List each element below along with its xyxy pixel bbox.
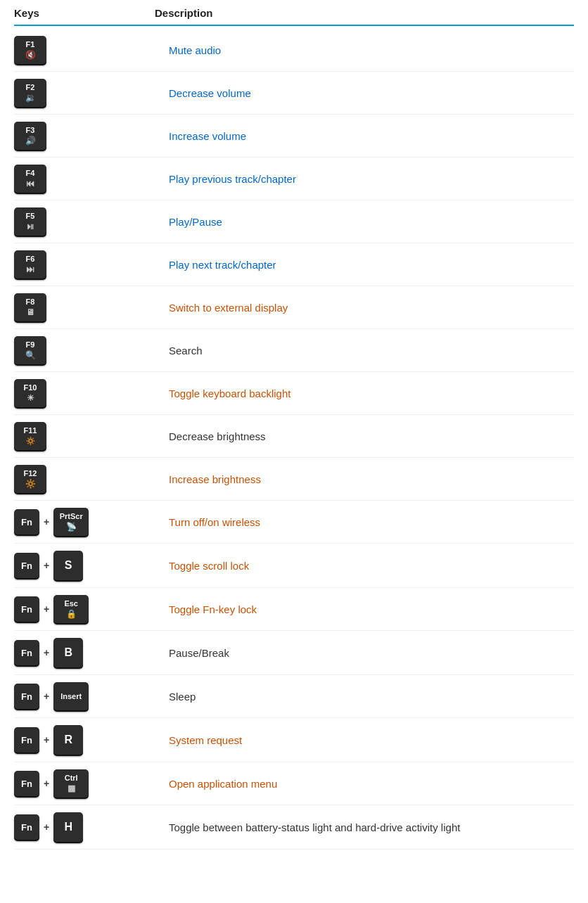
key-icon: ▦ bbox=[68, 783, 75, 793]
key-icon: ☀ bbox=[27, 393, 34, 403]
key-cap: Fn bbox=[14, 684, 39, 709]
key-label: F1 bbox=[26, 40, 35, 49]
description-cell: Increase volume bbox=[155, 130, 574, 142]
key-cell: F12🔆 bbox=[14, 465, 155, 493]
key-cell: F6⏭ bbox=[14, 250, 155, 278]
key-cell: Fn+Insert bbox=[14, 682, 155, 710]
description-cell: Open application menu bbox=[155, 778, 574, 790]
key-label: F2 bbox=[26, 83, 35, 91]
key-cap: F3🔊 bbox=[14, 122, 46, 150]
key-cap: Insert bbox=[53, 682, 89, 710]
key-icon: 🔊 bbox=[25, 136, 36, 146]
key-cell: F5⏯ bbox=[14, 207, 155, 236]
description-cell: Play next track/chapter bbox=[155, 259, 574, 271]
key-cell: Fn+Esc🔒 bbox=[14, 595, 155, 623]
key-icon: 🔅 bbox=[25, 436, 36, 446]
key-cap: Fn bbox=[14, 771, 39, 796]
key-cell: F8🖥 bbox=[14, 293, 155, 321]
key-cap: F4⏮ bbox=[14, 165, 46, 193]
plus-sign: + bbox=[44, 560, 49, 571]
table-row: Fn+BPause/Break bbox=[14, 631, 574, 675]
description-cell: Turn off/on wireless bbox=[155, 516, 574, 528]
plus-sign: + bbox=[44, 821, 49, 833]
key-cell: Fn+H bbox=[14, 812, 155, 842]
table-row: F8🖥Switch to external display bbox=[14, 286, 574, 329]
table-row: Fn+HToggle between battery-status light … bbox=[14, 805, 574, 850]
key-label: F4 bbox=[26, 169, 35, 177]
description-cell: System request bbox=[155, 734, 574, 746]
key-icon: ⏮ bbox=[26, 179, 34, 188]
plus-sign: + bbox=[44, 734, 49, 745]
key-cap: Esc🔒 bbox=[53, 595, 89, 623]
description-column-header: Description bbox=[155, 7, 574, 19]
table-row: F2🔉Decrease volume bbox=[14, 72, 574, 115]
description-cell: Play previous track/chapter bbox=[155, 173, 574, 185]
key-cap: Fn bbox=[14, 640, 39, 665]
key-icon: 🔍 bbox=[25, 350, 36, 360]
key-cell: Fn+B bbox=[14, 638, 155, 667]
plus-sign: + bbox=[44, 691, 49, 702]
key-cap: B bbox=[53, 638, 83, 667]
description-cell: Sleep bbox=[155, 691, 574, 703]
key-cell: F2🔉 bbox=[14, 79, 155, 107]
key-icon: 🔆 bbox=[25, 479, 36, 489]
keys-column-header: Keys bbox=[14, 7, 155, 19]
key-cap: R bbox=[53, 725, 83, 755]
table-row: Fn+Esc🔒Toggle Fn-key lock bbox=[14, 588, 574, 631]
key-cap: F5⏯ bbox=[14, 207, 46, 236]
key-cap: F2🔉 bbox=[14, 79, 46, 107]
description-cell: Pause/Break bbox=[155, 647, 574, 659]
key-label: F12 bbox=[24, 469, 37, 478]
key-label: Insert bbox=[60, 692, 82, 700]
description-cell: Toggle scroll lock bbox=[155, 560, 574, 572]
plus-sign: + bbox=[44, 603, 49, 615]
table-header: Keys Description bbox=[14, 7, 574, 26]
key-cap: F10☀ bbox=[14, 379, 46, 407]
description-cell: Switch to external display bbox=[155, 302, 574, 314]
key-label: F10 bbox=[24, 383, 37, 392]
key-label: F5 bbox=[26, 212, 35, 220]
table-row: Fn+Ctrl▦Open application menu bbox=[14, 762, 574, 805]
table-row: F5⏯Play/Pause bbox=[14, 200, 574, 243]
key-icon: ⏯ bbox=[26, 222, 34, 231]
key-cap: Fn bbox=[14, 727, 39, 752]
key-cap: Fn bbox=[14, 596, 39, 622]
table-row: F11🔅Decrease brightness bbox=[14, 415, 574, 458]
plus-sign: + bbox=[44, 778, 49, 789]
key-cell: F11🔅 bbox=[14, 422, 155, 450]
table-row: F3🔊Increase volume bbox=[14, 115, 574, 158]
key-cell: Fn+R bbox=[14, 725, 155, 755]
key-cap: Fn bbox=[14, 553, 39, 578]
key-cell: Fn+S bbox=[14, 551, 155, 580]
table-row: Fn+SToggle scroll lock bbox=[14, 544, 574, 588]
table-row: F1🔇Mute audio bbox=[14, 29, 574, 72]
description-cell: Search bbox=[155, 345, 574, 357]
description-cell: Increase brightness bbox=[155, 473, 574, 485]
key-label: F8 bbox=[26, 297, 35, 306]
key-icon: 🔇 bbox=[25, 50, 36, 60]
shortcut-table: Keys Description F1🔇Mute audioF2🔉Decreas… bbox=[0, 0, 588, 864]
key-cell: F1🔇 bbox=[14, 36, 155, 64]
key-icon: 🔉 bbox=[25, 93, 36, 103]
key-cell: F4⏮ bbox=[14, 165, 155, 193]
key-cap: F11🔅 bbox=[14, 422, 46, 450]
description-cell: Toggle between battery-status light and … bbox=[155, 821, 574, 833]
key-cap: F8🖥 bbox=[14, 293, 46, 321]
key-cell: F3🔊 bbox=[14, 122, 155, 150]
table-row: Fn+RSystem request bbox=[14, 718, 574, 762]
key-icon: 🖥 bbox=[26, 307, 34, 317]
key-label: F6 bbox=[26, 255, 35, 263]
key-icon: 📡 bbox=[66, 522, 77, 532]
rows-container: F1🔇Mute audioF2🔉Decrease volumeF3🔊Increa… bbox=[14, 29, 574, 850]
key-label: F3 bbox=[26, 126, 35, 134]
key-cap: Fn bbox=[14, 814, 39, 840]
key-cap: PrtScr📡 bbox=[53, 508, 89, 536]
key-cell: F10☀ bbox=[14, 379, 155, 407]
table-row: F9🔍Search bbox=[14, 329, 574, 372]
key-cap: Fn bbox=[14, 509, 39, 534]
table-row: Fn+PrtScr📡Turn off/on wireless bbox=[14, 501, 574, 544]
key-cell: Fn+Ctrl▦ bbox=[14, 769, 155, 798]
key-label: F11 bbox=[24, 426, 37, 435]
key-label: Esc bbox=[64, 599, 78, 608]
key-cap: H bbox=[53, 812, 83, 842]
